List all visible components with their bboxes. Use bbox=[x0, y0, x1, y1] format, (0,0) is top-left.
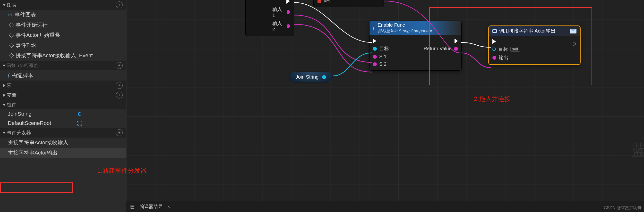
data-pin-out[interactable] bbox=[287, 24, 290, 28]
close-icon[interactable]: × bbox=[168, 204, 170, 209]
event-graph-label: 事件图表 bbox=[14, 11, 36, 18]
return-pin-out[interactable] bbox=[454, 47, 458, 51]
output-pin-in[interactable] bbox=[492, 56, 496, 60]
compiler-results-icon: ▤ bbox=[130, 204, 134, 209]
node-title: 调用拼接字符串 Actor输出 bbox=[499, 28, 556, 34]
pin-input2-label: 输入 2 bbox=[272, 20, 284, 32]
component-type-icon: C bbox=[78, 111, 81, 117]
self-label: self bbox=[510, 47, 520, 52]
event-icon bbox=[9, 33, 14, 38]
node-enable-func[interactable]: f Enable Func 目标是Join String Component 目… bbox=[369, 21, 462, 71]
section-functions-label: 函数（18可覆盖） bbox=[7, 63, 42, 68]
function-icon: f bbox=[373, 25, 374, 31]
event-icon bbox=[9, 43, 14, 48]
variable-label: Join String bbox=[296, 74, 319, 80]
chevron-right-icon bbox=[4, 94, 5, 97]
blueprint-sidebar: 图表 + ∺ 事件图表 事件开始运行 事件Actor开始重叠 事件Tick 拼接… bbox=[0, 0, 126, 212]
section-components[interactable]: 组件 bbox=[0, 100, 126, 109]
exec-out-pin[interactable] bbox=[573, 39, 576, 44]
scene-root-icon: ⛶ bbox=[77, 120, 82, 126]
envelope-icon bbox=[570, 29, 576, 33]
pin-output-label: 输出 bbox=[499, 54, 508, 61]
component-joinstring[interactable]: JoinString C bbox=[0, 109, 126, 119]
dispatcher-receive-input[interactable]: 拼接字符串Actor接收输入 bbox=[0, 138, 126, 148]
event-icon bbox=[9, 22, 14, 27]
add-macro-button[interactable]: + bbox=[116, 82, 123, 89]
csdn-watermark: CSDN @雷杰弗朗哥 bbox=[604, 205, 642, 211]
compiler-results-tab[interactable]: 编译器结果 bbox=[140, 204, 162, 210]
blueprint-graph[interactable]: 事件 输入 1 输入 2 Join String f Enable Func 目… bbox=[126, 0, 644, 212]
event-label: 事件Tick bbox=[16, 42, 36, 49]
cn-watermark-icon: 蓝 bbox=[632, 141, 644, 160]
event-tick[interactable]: 事件Tick bbox=[0, 40, 126, 50]
annotation-drag-connect: 2.拖入并连接 bbox=[474, 95, 511, 103]
event-label: 事件开始运行 bbox=[16, 21, 48, 29]
add-function-button[interactable]: + bbox=[116, 62, 123, 69]
section-macros[interactable]: 宏 + bbox=[0, 81, 126, 90]
component-label: DefaultSceneRoot bbox=[8, 120, 51, 126]
section-event-dispatchers[interactable]: 事件分发器 + bbox=[0, 128, 126, 138]
event-graph-item[interactable]: ∺ 事件图表 bbox=[0, 10, 126, 20]
s1-pin-in[interactable] bbox=[373, 55, 377, 59]
dispatcher-label: 拼接字符串Actor输出 bbox=[8, 149, 58, 157]
section-variables[interactable]: 变量 + bbox=[0, 90, 126, 100]
add-variable-button[interactable]: + bbox=[116, 92, 123, 98]
pin-input1-label: 输入 1 bbox=[272, 6, 284, 18]
section-event-dispatchers-label: 事件分发器 bbox=[7, 130, 31, 136]
add-dispatcher-button[interactable]: + bbox=[116, 129, 123, 136]
chevron-down-icon bbox=[3, 104, 6, 106]
add-graph-button[interactable]: + bbox=[116, 1, 123, 8]
target-pin-in[interactable] bbox=[492, 47, 496, 51]
section-macros-label: 宏 bbox=[7, 82, 12, 89]
node-call-dispatcher-output[interactable]: 调用拼接字符串 Actor输出 目标self 输出 bbox=[488, 25, 580, 65]
pin-target-label: 目标 bbox=[498, 46, 508, 52]
event-joinstring-receive[interactable]: 拼接字符串Actor接收输入_Event bbox=[0, 50, 126, 61]
graph-icon: ∺ bbox=[8, 12, 12, 18]
target-pin-in[interactable] bbox=[373, 47, 377, 51]
component-default-scene-root[interactable]: DefaultSceneRoot ⛶ bbox=[0, 119, 126, 128]
object-pin-out[interactable] bbox=[322, 75, 326, 79]
pin-return-value-label: Return Value bbox=[424, 46, 452, 51]
pin-s1-label: S 1 bbox=[379, 54, 386, 59]
event-type-icon bbox=[318, 0, 322, 3]
s2-pin-in[interactable] bbox=[373, 62, 377, 66]
node-receive-inputs-partial[interactable]: 输入 1 输入 2 bbox=[245, 0, 294, 36]
event-label: 事件Actor开始重叠 bbox=[16, 31, 60, 39]
exec-out-pin[interactable] bbox=[454, 38, 458, 43]
chevron-right-icon bbox=[4, 84, 5, 87]
exec-in-pin[interactable] bbox=[492, 39, 496, 44]
section-functions[interactable]: 函数（18可覆盖） + bbox=[0, 61, 126, 70]
event-label: 拼接字符串Actor接收输入_Event bbox=[16, 52, 93, 59]
pin-event-label: 事件 bbox=[323, 0, 331, 3]
event-actor-overlap[interactable]: 事件Actor开始重叠 bbox=[0, 30, 126, 40]
exec-out-pin[interactable] bbox=[286, 0, 290, 4]
event-begin-play[interactable]: 事件开始运行 bbox=[0, 20, 126, 30]
section-components-label: 组件 bbox=[7, 101, 16, 108]
dispatcher-icon bbox=[492, 29, 497, 33]
exec-in-pin[interactable] bbox=[373, 38, 376, 43]
node-subtitle: 目标是Join String Component bbox=[378, 29, 432, 33]
pin-target-label: 目标 bbox=[379, 45, 389, 52]
chevron-down-icon bbox=[3, 4, 6, 6]
variable-node-join-string[interactable]: Join String bbox=[289, 72, 332, 82]
construction-script[interactable]: f 构造脚本 bbox=[0, 70, 126, 81]
event-icon bbox=[9, 53, 14, 58]
component-label: JoinString bbox=[8, 111, 32, 117]
node-title: Enable Func bbox=[378, 22, 432, 28]
node-custom-event-partial[interactable]: 事件 bbox=[314, 0, 384, 7]
bottom-panel: ▤ 编译器结果 × bbox=[126, 201, 644, 212]
data-pin-out[interactable] bbox=[287, 10, 290, 14]
chevron-down-icon bbox=[3, 132, 6, 134]
pin-s2-label: S 2 bbox=[379, 61, 386, 67]
construction-script-label: 构造脚本 bbox=[12, 72, 33, 79]
dispatcher-output[interactable]: 拼接字符串Actor输出 bbox=[0, 148, 126, 158]
dispatcher-label: 拼接字符串Actor接收输入 bbox=[8, 139, 68, 146]
chevron-down-icon bbox=[3, 65, 6, 67]
section-graphs[interactable]: 图表 + bbox=[0, 0, 126, 10]
function-icon: f bbox=[8, 72, 9, 79]
section-variables-label: 变量 bbox=[7, 92, 16, 98]
section-graphs-label: 图表 bbox=[7, 2, 16, 8]
